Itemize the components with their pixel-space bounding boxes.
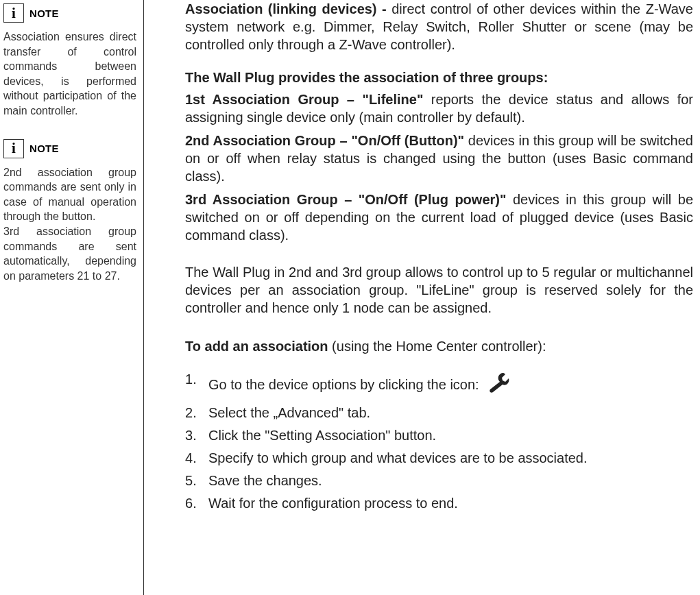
note-label: NOTE xyxy=(29,8,59,19)
step-item: Specify to which group and what devices … xyxy=(185,449,693,467)
note-text-1: Association ensures direct transfer of c… xyxy=(3,29,136,119)
step-text: Save the changes. xyxy=(208,473,322,488)
step-item: Wait for the configuration process to en… xyxy=(185,494,693,513)
info-icon-glyph: i xyxy=(12,140,16,157)
sidebar: i NOTE Association ensures direct transf… xyxy=(0,0,144,595)
page-container: i NOTE Association ensures direct transf… xyxy=(0,0,700,595)
step-item: Go to the device options by clicking the… xyxy=(185,370,693,400)
group2-para: 2nd Association Group – "On/Off (Button)… xyxy=(185,132,693,185)
step-text: Select the „Advanced" tab. xyxy=(208,405,370,420)
add-association-heading: To add an association (using the Home Ce… xyxy=(185,337,693,355)
note-text-2-p1: 2nd association group commands are sent … xyxy=(3,165,136,224)
control-text: The Wall Plug in 2nd and 3rd group allow… xyxy=(185,263,693,317)
add-assoc-bold: To add an association xyxy=(185,339,328,354)
info-icon-glyph: i xyxy=(12,5,16,22)
steps-list: Go to the device options by clicking the… xyxy=(185,370,693,513)
groups-title: The Wall Plug provides the association o… xyxy=(185,69,693,86)
step-text: Wait for the configuration process to en… xyxy=(208,496,458,511)
step-item: Save the changes. xyxy=(185,472,693,490)
note-text-2: 2nd association group commands are sent … xyxy=(3,165,136,284)
group3-bold: 3rd Association Group – "On/Off (Plug po… xyxy=(185,192,506,207)
step-text: Specify to which group and what devices … xyxy=(208,450,588,465)
step-text: Click the "Setting Association" button. xyxy=(208,428,436,443)
group1-para: 1st Association Group – "Lifeline" repor… xyxy=(185,90,693,126)
note-box-2: i NOTE xyxy=(3,139,136,158)
main-content: Association (linking devices) - direct c… xyxy=(144,0,700,595)
intro-bold: Association (linking devices) - xyxy=(185,1,387,16)
wrench-icon xyxy=(486,370,511,400)
add-assoc-rest: (using the Home Center controller): xyxy=(328,339,546,354)
step-item: Click the "Setting Association" button. xyxy=(185,426,693,445)
info-icon: i xyxy=(3,139,24,158)
note-text-2-p2: 3rd association group commands are sent … xyxy=(3,224,136,283)
step-text: Go to the device options by clicking the… xyxy=(208,376,479,394)
group1-bold: 1st Association Group – "Lifeline" xyxy=(185,92,423,107)
note-box-1: i NOTE xyxy=(3,3,136,23)
step-item: Select the „Advanced" tab. xyxy=(185,404,693,422)
info-icon: i xyxy=(3,3,24,23)
group3-para: 3rd Association Group – "On/Off (Plug po… xyxy=(185,191,693,244)
note-label: NOTE xyxy=(29,143,59,154)
group2-bold: 2nd Association Group – "On/Off (Button)… xyxy=(185,133,464,148)
intro-paragraph: Association (linking devices) - direct c… xyxy=(185,0,693,53)
